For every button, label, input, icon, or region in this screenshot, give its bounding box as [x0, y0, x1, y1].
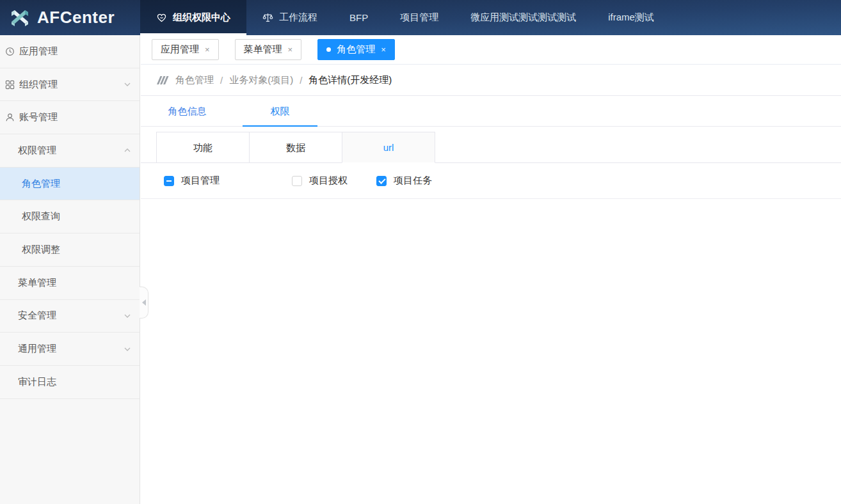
scale-icon — [262, 12, 273, 23]
checked-checkbox[interactable] — [376, 176, 387, 186]
breadcrumb: 角色管理 / 业务对象(项目) / 角色详情(开发经理) — [141, 65, 841, 96]
sidebar-item-app-management[interactable]: 应用管理 — [0, 35, 140, 68]
user-icon — [5, 113, 15, 122]
nav-item-label: BFP — [349, 12, 368, 23]
main-content: 应用管理 × 菜单管理 × 角色管理 × 角色管理 — [141, 35, 841, 504]
open-tab-label: 菜单管理 — [244, 43, 282, 56]
checkbox-label: 项目管理 — [181, 175, 220, 187]
sidebar-item-permission-query[interactable]: 权限查询 — [0, 200, 140, 233]
nav-item-bfp[interactable]: BFP — [333, 0, 384, 35]
open-tab-role-management[interactable]: 角色管理 × — [317, 39, 395, 60]
indeterminate-checkbox[interactable] — [164, 176, 174, 186]
top-header: AFCenter 组织权限中心 — [0, 0, 841, 35]
nav-item-label: 微应用测试测试测试测试 — [470, 12, 576, 24]
breadcrumb-item-role-detail: 角色详情(开发经理) — [308, 74, 392, 86]
sidebar-item-label: 应用管理 — [19, 45, 58, 58]
sidebar-item-org-management[interactable]: 组织管理 — [0, 68, 140, 102]
clock-icon — [5, 47, 15, 56]
sidebar-item-common-management[interactable]: 通用管理 — [0, 333, 140, 366]
nav-item-label: 工作流程 — [279, 12, 317, 24]
chevron-up-icon — [124, 146, 131, 154]
sidebar-item-label: 通用管理 — [18, 343, 56, 355]
url-permission-list: 项目管理 项目授权 项目任务 — [141, 163, 841, 199]
sidebar-collapse-handle[interactable] — [140, 287, 148, 319]
checkbox-label: 项目授权 — [309, 175, 348, 187]
breadcrumb-item-role-management[interactable]: 角色管理 — [175, 74, 214, 86]
sidebar-item-label: 角色管理 — [22, 178, 60, 190]
app-window: AFCenter 组织权限中心 — [0, 0, 841, 504]
breadcrumb-item-business-object[interactable]: 业务对象(项目) — [229, 74, 293, 86]
org-grid-icon — [5, 80, 15, 90]
sidebar-item-label: 账号管理 — [19, 111, 58, 123]
breadcrumb-separator: / — [300, 75, 302, 86]
sidebar-item-permission-adjust[interactable]: 权限调整 — [0, 233, 140, 267]
role-detail-tabs: 角色信息 权限 — [141, 96, 841, 127]
nav-item-label: 项目管理 — [400, 12, 438, 24]
nav-item-project-management[interactable]: 项目管理 — [384, 0, 454, 35]
close-icon[interactable]: × — [205, 45, 210, 54]
nav-item-iframe-test[interactable]: iframe测试 — [592, 0, 670, 35]
sidebar-item-label: 权限调整 — [22, 244, 60, 256]
sidebar-item-label: 审计日志 — [18, 376, 56, 388]
sidebar-item-label: 菜单管理 — [18, 277, 56, 289]
open-tab-label: 角色管理 — [337, 43, 375, 56]
tab-permission[interactable]: 权限 — [234, 96, 326, 126]
checkbox-item-project-management[interactable]: 项目管理 — [164, 175, 292, 187]
unchecked-checkbox[interactable] — [292, 176, 302, 186]
sidebar-item-security-management[interactable]: 安全管理 — [0, 300, 140, 333]
tab-role-info[interactable]: 角色信息 — [141, 96, 234, 126]
open-tab-app-management[interactable]: 应用管理 × — [152, 39, 219, 60]
permission-type-tabs: 功能 数据 url — [141, 132, 841, 163]
heart-icon — [156, 12, 167, 23]
sidebar-item-permission-management[interactable]: 权限管理 — [0, 134, 140, 168]
tab-url[interactable]: url — [342, 132, 435, 163]
nav-item-label: 组织权限中心 — [173, 12, 230, 24]
sidebar-item-audit-log[interactable]: 审计日志 — [0, 366, 140, 399]
chevron-down-icon — [124, 312, 131, 320]
open-tabs-bar: 应用管理 × 菜单管理 × 角色管理 × — [141, 35, 841, 65]
nav-item-org-permission-center[interactable]: 组织权限中心 — [140, 0, 246, 35]
top-nav: 组织权限中心 工作流程 BFP 项目管理 — [140, 0, 670, 35]
sidebar-item-label: 权限查询 — [22, 210, 60, 223]
nav-item-label: iframe测试 — [608, 12, 654, 24]
nav-item-workflow[interactable]: 工作流程 — [246, 0, 333, 35]
open-tab-menu-management[interactable]: 菜单管理 × — [235, 39, 302, 60]
sidebar-item-label: 权限管理 — [18, 145, 56, 157]
sidebar-item-role-management[interactable]: 角色管理 — [0, 168, 140, 201]
tab-data[interactable]: 数据 — [249, 132, 342, 163]
checkbox-label: 项目任务 — [394, 175, 432, 187]
app-title: AFCenter — [37, 8, 115, 28]
sidebar-item-menu-management[interactable]: 菜单管理 — [0, 267, 140, 300]
app-logo-icon — [8, 6, 31, 29]
close-icon[interactable]: × — [381, 45, 386, 54]
sidebar-item-label: 组织管理 — [19, 79, 58, 91]
left-triangle-icon — [142, 299, 146, 306]
sidebar: 应用管理 组织管理 账号管理 — [0, 35, 140, 504]
open-tab-label: 应用管理 — [161, 43, 199, 56]
sidebar-item-label: 安全管理 — [18, 310, 56, 322]
active-tab-dot-icon — [326, 47, 331, 52]
checkbox-item-project-authorization[interactable]: 项目授权 — [292, 175, 376, 187]
chevron-down-icon — [124, 345, 131, 353]
app-logo[interactable]: AFCenter — [0, 0, 140, 35]
close-icon[interactable]: × — [288, 45, 293, 54]
breadcrumb-separator: / — [220, 75, 223, 86]
sidebar-item-account-management[interactable]: 账号管理 — [0, 101, 140, 134]
slashes-icon — [157, 75, 169, 85]
nav-item-microapp-test[interactable]: 微应用测试测试测试测试 — [454, 0, 592, 35]
checkbox-item-project-task[interactable]: 项目任务 — [376, 175, 432, 187]
chevron-down-icon — [124, 81, 131, 88]
tab-function[interactable]: 功能 — [156, 132, 250, 163]
